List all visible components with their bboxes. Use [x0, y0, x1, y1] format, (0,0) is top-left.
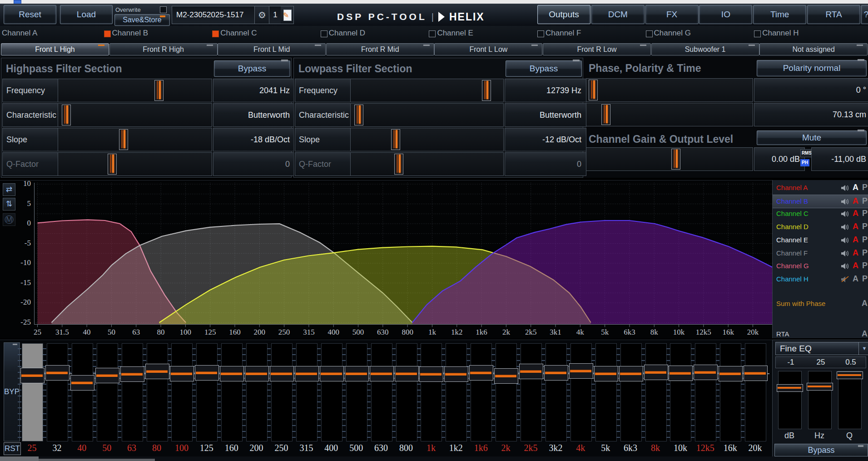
eq-handle-2k[interactable]	[494, 368, 518, 384]
amplitude-toggle[interactable]: A	[853, 222, 858, 231]
eq-handle-200[interactable]	[245, 366, 269, 381]
tab-front-r-high[interactable]: Front R High	[109, 43, 218, 55]
eq-handle-2k5[interactable]	[519, 364, 543, 379]
channel-checkbox-d[interactable]	[321, 30, 327, 37]
phase-toggle[interactable]: P	[862, 248, 868, 258]
tab-front-r-low[interactable]: Front R Low	[543, 43, 651, 55]
slope-slider[interactable]	[58, 128, 212, 151]
eq-track-32[interactable]	[47, 343, 68, 441]
phase-toggle[interactable]: P	[862, 183, 868, 192]
eq-track-2k[interactable]	[496, 343, 517, 441]
eq-handle-500[interactable]	[345, 366, 369, 381]
phase-row1-slider[interactable]	[586, 103, 753, 126]
tab-front-r-mid[interactable]: Front R Mid	[326, 43, 434, 55]
channel-checkbox-f[interactable]	[537, 30, 544, 37]
tab-front-l-high[interactable]: Front L High	[1, 43, 109, 55]
phase-toggle[interactable]: P	[862, 274, 868, 284]
channel-checkbox-b[interactable]	[104, 30, 111, 37]
sidebar-row-g[interactable]: Channel GAP	[773, 260, 868, 272]
polarity-button[interactable]: Polarity normal	[757, 60, 867, 76]
help-button[interactable]: ?	[861, 5, 868, 24]
nav-fx-button[interactable]: FX	[645, 5, 699, 24]
frequency-slider-handle[interactable]	[482, 80, 491, 101]
eq-handle-1k2[interactable]	[444, 366, 468, 382]
slope-slider[interactable]	[350, 128, 504, 151]
eq-track-100[interactable]	[171, 343, 193, 441]
q-factor-slider[interactable]	[350, 152, 504, 176]
setup-name-field[interactable]: M2-23052025-1517	[172, 6, 258, 24]
tab-front-l-low[interactable]: Front L Low	[434, 43, 542, 55]
phase-toggle[interactable]: P	[862, 261, 868, 271]
nav-dcm-button[interactable]: DCM	[591, 5, 645, 24]
fine-eq-track-q[interactable]	[838, 371, 862, 429]
eq-track-200[interactable]	[246, 343, 268, 441]
eq-track-160[interactable]	[221, 343, 243, 441]
sidebar-row-sum[interactable]: Sum with PhaseA	[773, 297, 868, 310]
eq-handle-50[interactable]	[95, 368, 119, 383]
eq-handle-3k2[interactable]	[544, 365, 568, 381]
memory-number[interactable]: 1	[269, 6, 282, 24]
q-factor-slider-handle[interactable]	[394, 154, 403, 175]
rta-amplitude-toggle[interactable]: A	[862, 329, 868, 339]
characteristic-slider[interactable]	[350, 103, 504, 127]
gain-slider[interactable]	[586, 147, 753, 171]
speaker-muted-icon[interactable]	[841, 276, 850, 285]
eq-track-5k[interactable]	[595, 343, 617, 441]
fine-eq-handle-q[interactable]	[837, 371, 863, 379]
speaker-icon[interactable]	[841, 210, 850, 219]
load-button[interactable]: Load	[60, 5, 113, 24]
nav-outputs-button[interactable]: Outputs	[537, 5, 590, 24]
frequency-slider[interactable]	[58, 79, 212, 102]
eq-handle-63[interactable]	[120, 366, 144, 382]
channel-checkbox-h[interactable]	[754, 30, 761, 37]
tab-subwoofer-1[interactable]: Subwoofer 1	[651, 43, 759, 55]
speaker-icon[interactable]	[841, 237, 850, 246]
amplitude-toggle[interactable]: A	[853, 196, 858, 206]
phase-toggle[interactable]: P	[862, 196, 868, 206]
eq-track-4k[interactable]	[570, 343, 592, 441]
eq-reset-button[interactable]: RST	[4, 442, 21, 455]
eq-track-8k[interactable]	[645, 343, 667, 441]
slope-slider-handle[interactable]	[391, 129, 400, 150]
phase-row0-slider[interactable]	[586, 78, 753, 102]
sum-amplitude-toggle[interactable]: A	[862, 299, 868, 308]
amplitude-toggle[interactable]: A	[853, 248, 858, 258]
eq-handle-125[interactable]	[195, 365, 219, 381]
amplitude-toggle[interactable]: A	[853, 235, 858, 245]
eq-track-12k5[interactable]	[695, 343, 716, 441]
channel-checkbox-g[interactable]	[646, 30, 653, 37]
eq-handle-315[interactable]	[295, 366, 319, 381]
eq-handle-800[interactable]	[395, 366, 419, 381]
ph-badge[interactable]: PH	[800, 159, 809, 166]
sidebar-row-f[interactable]: Channel FAP	[773, 247, 868, 260]
eq-handle-40[interactable]	[70, 375, 94, 391]
sidebar-row-a[interactable]: Channel AAP	[773, 181, 868, 194]
eq-track-630[interactable]	[371, 343, 392, 441]
eq-handle-80[interactable]	[145, 364, 169, 379]
eq-handle-400[interactable]	[320, 366, 344, 381]
gain-slider-handle[interactable]	[671, 149, 680, 170]
fine-eq-bypass-button[interactable]: Bypass	[774, 444, 868, 456]
eq-handle-8k[interactable]	[644, 365, 668, 380]
phase-toggle[interactable]: P	[862, 235, 868, 245]
eq-track-63[interactable]	[122, 343, 143, 441]
eq-track-800[interactable]	[396, 343, 417, 441]
scrollbar-thumb[interactable]	[0, 456, 39, 461]
highpass-bypass-button[interactable]: Bypass	[214, 60, 290, 77]
phase-toggle[interactable]: P	[862, 222, 868, 231]
tab-not-assigned[interactable]: Not assigned	[759, 43, 868, 55]
nav-io-button[interactable]: IO	[699, 5, 752, 24]
speaker-icon[interactable]	[841, 185, 850, 193]
nav-time-button[interactable]: Time	[753, 5, 806, 24]
eq-track-315[interactable]	[296, 343, 317, 441]
lowpass-bypass-button[interactable]: Bypass	[506, 60, 582, 77]
eq-handle-32[interactable]	[45, 365, 69, 381]
eq-track-6k3[interactable]	[620, 343, 642, 441]
mute-button[interactable]: Mute	[757, 130, 867, 145]
eq-track-1k6[interactable]	[471, 343, 492, 441]
slope-slider-handle[interactable]	[119, 129, 128, 150]
eq-track-80[interactable]	[147, 343, 168, 441]
eq-handle-6k3[interactable]	[619, 366, 643, 381]
speaker-icon[interactable]	[841, 250, 850, 259]
eq-track-3k2[interactable]	[546, 343, 567, 441]
